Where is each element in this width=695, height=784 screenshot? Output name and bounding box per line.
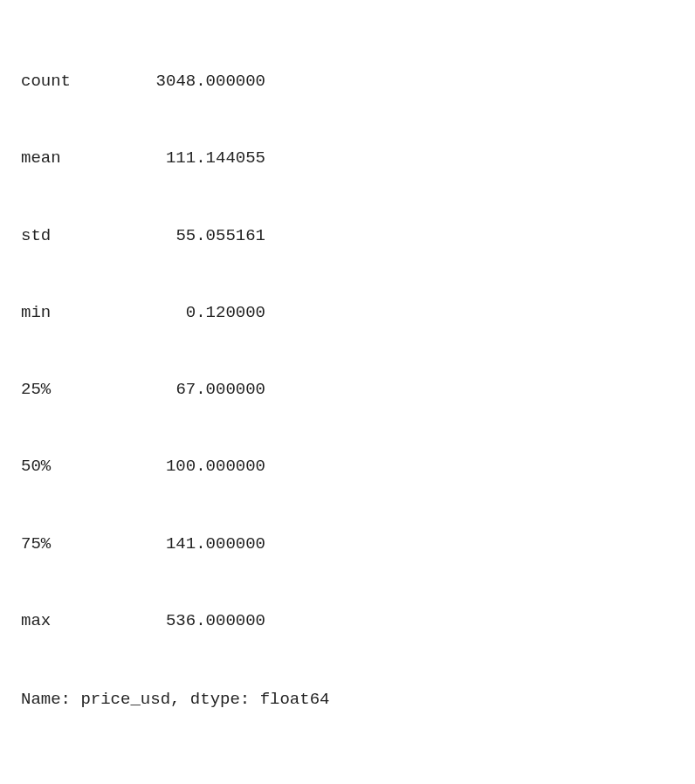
stat-row: 25% 67.000000 (21, 377, 674, 402)
describe-output: count 3048.000000 mean 111.144055 std 55… (21, 17, 674, 765)
stat-row: max 536.000000 (21, 609, 674, 634)
stat-value: 3048.000000 (126, 69, 265, 94)
stat-value: 536.000000 (126, 609, 265, 634)
stat-row: std 55.055161 (21, 224, 674, 249)
stat-value: 141.000000 (126, 532, 265, 557)
stat-footer: Name: price_usd, dtype: float64 (21, 687, 674, 712)
stat-row: min 0.120000 (21, 300, 674, 326)
stat-label: max (21, 609, 126, 634)
stat-label: 50% (21, 454, 126, 479)
stat-value: 55.055161 (126, 224, 265, 249)
stat-value: 0.120000 (126, 300, 265, 326)
stat-value: 100.000000 (126, 454, 265, 479)
stat-row: 50% 100.000000 (21, 454, 674, 479)
stat-row: count 3048.000000 (21, 69, 674, 94)
stat-label: 25% (21, 377, 126, 402)
stat-label: 75% (21, 532, 126, 557)
stat-label: std (21, 224, 126, 249)
stat-value: 111.144055 (126, 146, 265, 171)
stat-label: min (21, 300, 126, 326)
stat-label: count (21, 69, 126, 94)
stat-label: mean (21, 146, 126, 171)
stat-row: 75% 141.000000 (21, 532, 674, 557)
stat-value: 67.000000 (126, 377, 265, 402)
stat-row: mean 111.144055 (21, 146, 674, 171)
page: count 3048.000000 mean 111.144055 std 55… (0, 0, 695, 784)
